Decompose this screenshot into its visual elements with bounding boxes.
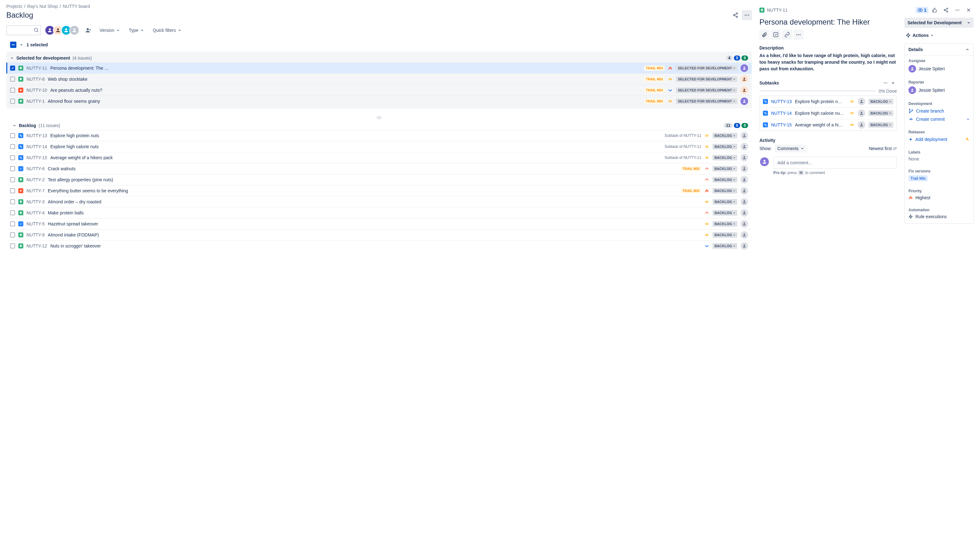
issue-checkbox[interactable] — [10, 210, 15, 215]
assignee-avatar[interactable] — [858, 98, 865, 105]
issue-checkbox[interactable] — [10, 65, 15, 71]
status-dropdown[interactable]: SELECTED FOR DEVELOPMENT — [676, 87, 737, 93]
close-button[interactable] — [964, 5, 974, 15]
issue-checkbox[interactable] — [10, 232, 15, 238]
assignee-avatar[interactable] — [740, 86, 748, 94]
issue-row[interactable]: NUTTY-14Explore high calorie nutsSubtask… — [6, 141, 752, 152]
assignee-avatar[interactable] — [740, 154, 748, 161]
reporter-field[interactable]: Jessie Spiteri — [908, 86, 970, 94]
assignee-avatar[interactable] — [740, 198, 748, 206]
status-dropdown[interactable]: SELECTED FOR DEVELOPMENT — [676, 65, 737, 71]
labels-field[interactable]: None — [908, 156, 970, 161]
breadcrumb-board[interactable]: NUTTY board — [63, 4, 90, 9]
issue-checkbox[interactable] — [10, 155, 15, 160]
status-dropdown[interactable]: BACKLOG — [869, 122, 893, 128]
more-button[interactable] — [952, 5, 963, 15]
status-dropdown[interactable]: BACKLOG — [713, 199, 737, 205]
attach-button[interactable] — [759, 30, 770, 40]
select-all-checkbox[interactable] — [10, 41, 16, 48]
assignee-avatar[interactable] — [740, 209, 748, 217]
breadcrumb-project[interactable]: Ray's Nut Shop — [27, 4, 58, 9]
issue-row[interactable]: NUTTY-11 Persona development: The … TRAI… — [6, 62, 752, 73]
issue-row[interactable]: NUTTY-7Everything butter seems to be eve… — [6, 185, 752, 196]
status-dropdown[interactable]: BACKLOG — [869, 99, 893, 104]
subtask-item[interactable]: NUTTY-15Average weight of a hi…BACKLOG — [760, 119, 897, 131]
like-button[interactable] — [929, 5, 940, 15]
epic-lozenge[interactable]: TRAIL MIX — [644, 65, 665, 71]
status-dropdown[interactable]: BACKLOG — [713, 166, 737, 172]
status-dropdown[interactable]: BACKLOG — [713, 188, 737, 194]
issue-checkbox[interactable] — [10, 199, 15, 204]
status-dropdown[interactable]: BACKLOG — [713, 221, 737, 227]
avatar[interactable] — [69, 25, 80, 35]
issue-checkbox[interactable] — [10, 177, 15, 182]
assignee-avatar[interactable] — [740, 75, 748, 83]
create-commit-link[interactable]: Create commit — [908, 116, 970, 122]
issue-checkbox[interactable] — [10, 221, 15, 227]
subtask-key[interactable]: NUTTY-14 — [771, 111, 792, 116]
actions-dropdown[interactable]: Actions — [904, 31, 974, 40]
subtask-key[interactable]: NUTTY-15 — [771, 122, 792, 128]
issue-row[interactable]: NUTTY-9Almond intake (FODMAP)BACKLOG — [6, 229, 752, 240]
issue-checkbox[interactable] — [10, 99, 15, 104]
status-dropdown[interactable]: BACKLOG — [869, 110, 893, 116]
issue-checkbox[interactable] — [10, 243, 15, 249]
share-button[interactable] — [730, 10, 740, 20]
breadcrumb-projects[interactable]: Projects — [6, 4, 22, 9]
issue-row[interactable]: NUTTY-13Explore high protein nutsSubtask… — [6, 130, 752, 141]
share-button[interactable] — [941, 5, 951, 15]
epic-lozenge[interactable]: TRAIL MIX — [681, 166, 702, 171]
assignee-avatar[interactable] — [740, 176, 748, 183]
activity-filter-dropdown[interactable]: Comments — [775, 145, 807, 152]
assignee-avatar[interactable] — [858, 121, 865, 129]
add-people-button[interactable] — [83, 25, 93, 35]
version-dropdown[interactable]: Version — [97, 25, 123, 35]
add-deployment-link[interactable]: Add deployment — [908, 136, 970, 142]
fix-versions-field[interactable]: Trail Mix — [908, 175, 970, 181]
watch-button[interactable]: 1 — [916, 7, 928, 13]
status-dropdown[interactable]: SELECTED FOR DEVELOPMENT — [676, 98, 737, 104]
epic-lozenge[interactable]: TRAIL MIX — [644, 77, 665, 82]
issue-row[interactable]: NUTTY-15Average weight of a hikers packS… — [6, 152, 752, 163]
automation-field[interactable]: Rule executions — [908, 214, 970, 219]
assignee-avatar[interactable] — [740, 64, 748, 72]
epic-lozenge[interactable]: TRAIL MIX — [644, 99, 665, 104]
assignee-avatar[interactable] — [740, 97, 748, 105]
section-toggle[interactable] — [13, 124, 16, 128]
description-text[interactable]: As a hiker, I'd like to have range of hi… — [759, 52, 897, 72]
add-subtask-button[interactable] — [889, 79, 897, 87]
issue-row[interactable]: NUTTY-3Almond order – dry roastedBACKLOG — [6, 196, 752, 207]
details-panel-toggle[interactable]: Details — [905, 44, 974, 56]
assignee-avatar[interactable] — [740, 231, 748, 239]
selection-dropdown[interactable] — [19, 43, 23, 47]
epic-lozenge[interactable]: TRAIL MIX — [681, 188, 702, 193]
subtask-item[interactable]: NUTTY-14Explore high calorie nu…BACKLOG — [760, 107, 897, 119]
status-dropdown[interactable]: BACKLOG — [713, 155, 737, 161]
type-dropdown[interactable]: Type — [126, 25, 146, 35]
status-dropdown[interactable]: BACKLOG — [713, 243, 737, 249]
subtask-item[interactable]: NUTTY-13Explore high protein n…BACKLOG — [760, 96, 897, 107]
issue-checkbox[interactable] — [10, 166, 15, 171]
assignee-field[interactable]: Jessie Spiteri — [908, 65, 970, 72]
status-select[interactable]: Selected for Development — [904, 18, 974, 28]
epic-lozenge[interactable]: TRAIL MIX — [644, 88, 665, 93]
more-actions-button[interactable] — [794, 30, 803, 40]
status-dropdown[interactable]: BACKLOG — [713, 177, 737, 183]
assignee-avatar[interactable] — [740, 165, 748, 172]
issue-row[interactable]: NUTTY-1 Almond flour seems grainy TRAIL … — [6, 96, 752, 107]
subtask-more-button[interactable] — [882, 79, 889, 87]
link-button[interactable] — [782, 30, 792, 40]
priority-field[interactable]: Highest — [908, 195, 970, 200]
status-dropdown[interactable]: BACKLOG — [713, 144, 737, 150]
comment-input[interactable]: Add a comment… — [773, 157, 897, 169]
issue-row[interactable]: NUTTY-6Crack walnutsTRAIL MIXBACKLOG — [6, 163, 752, 174]
issue-checkbox[interactable] — [10, 77, 15, 82]
detail-title[interactable]: Persona development: The Hiker — [759, 18, 897, 27]
issue-row[interactable]: NUTTY-8 Web shop stocktake TRAIL MIX SEL… — [6, 73, 752, 85]
status-dropdown[interactable]: BACKLOG — [713, 232, 737, 238]
assignee-avatar[interactable] — [740, 132, 748, 139]
assignee-avatar[interactable] — [740, 242, 748, 250]
subtask-key[interactable]: NUTTY-13 — [771, 99, 792, 104]
status-dropdown[interactable]: BACKLOG — [713, 210, 737, 216]
issue-checkbox[interactable] — [10, 188, 15, 193]
